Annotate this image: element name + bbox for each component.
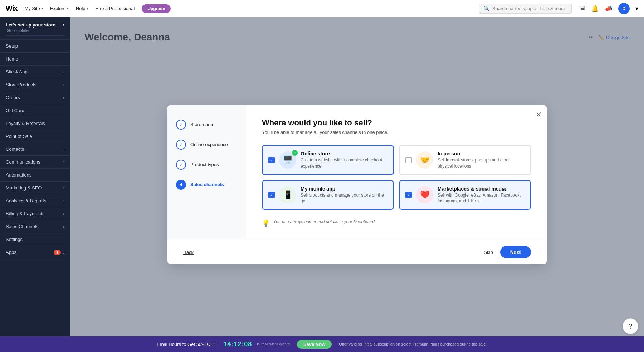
store-products-chevron-icon: › [63, 83, 64, 87]
step-3-icon: ✓ [176, 160, 186, 170]
step-1-label: Store name [190, 122, 214, 127]
sidebar-progress-label: 0/6 completed [6, 28, 64, 33]
in-person-checkbox[interactable]: ✓ [405, 157, 412, 163]
sidebar-item-settings[interactable]: Settings [0, 233, 70, 246]
sidebar-item-setup[interactable]: Setup [0, 40, 70, 53]
channel-card-in-person[interactable]: ✓ 🤝 In person Sell in retail stores, pop… [399, 145, 531, 175]
wizard-subtitle: You'll be able to manage all your sales … [262, 130, 531, 135]
wizard-sidebar: ✓ Store name ✓ Online experience ✓ Pr [167, 105, 246, 240]
setup-wizard-modal: ✕ ✓ Store name ✓ Online experience [167, 105, 547, 264]
wizard-title: Where would you like to sell? [262, 118, 531, 127]
marketplace-checkbox[interactable]: ✓ [405, 192, 412, 198]
sidebar-item-loyalty[interactable]: Loyalty & Referrals [0, 117, 70, 130]
step-1-icon: ✓ [176, 120, 186, 130]
online-store-title: Online store [301, 151, 387, 156]
banner-save-button[interactable]: Save Now [297, 340, 332, 349]
billing-chevron-icon: › [63, 212, 64, 216]
sidebar-item-communications[interactable]: Communications› [0, 156, 70, 169]
my-site-nav[interactable]: My Site ▾ [24, 6, 43, 11]
banner-text: Final Hours to Get 50% OFF [157, 342, 216, 347]
channel-card-mobile[interactable]: ✓ 📱 My mobile app Sell products and mana… [262, 180, 394, 210]
in-person-title: In person [438, 151, 525, 156]
sidebar-item-store-products[interactable]: Store Products› [0, 78, 70, 91]
avatar[interactable]: D [618, 3, 630, 14]
skip-button[interactable]: Skip [484, 250, 493, 255]
marketplace-info: Marketplaces & social media Sell with Go… [438, 186, 525, 204]
sidebar-header: Let's set up your store › 0/6 completed [0, 17, 70, 40]
lightbulb-icon: 💡 [262, 219, 270, 227]
sidebar-item-marketing[interactable]: Marketing & SEO› [0, 182, 70, 194]
search-bar: 🔍 [479, 4, 572, 14]
banner-timer: 14:12:08 [223, 341, 252, 348]
check-icon-3: ✓ [179, 162, 183, 167]
back-button[interactable]: Back [183, 250, 194, 255]
contacts-chevron-icon: › [63, 147, 64, 151]
channel-card-marketplace[interactable]: ✓ ❤️ Marketplaces & social media Sell wi… [399, 180, 531, 210]
hire-professional-nav[interactable]: Hire a Professional [96, 6, 135, 11]
upgrade-button[interactable]: Upgrade [142, 4, 171, 13]
sidebar-item-sales-channels[interactable]: Sales Channels› [0, 220, 70, 233]
sidebar-item-gift-card[interactable]: Gift Card [0, 104, 70, 117]
step-2-icon: ✓ [176, 140, 186, 150]
step-4-label: Sales channels [190, 182, 224, 187]
sidebar-item-site-app[interactable]: Site & App› [0, 66, 70, 78]
handshake-icon: 🤝 [420, 155, 430, 165]
question-mark-icon: ? [628, 322, 632, 331]
sidebar-item-billing[interactable]: Billing & Payments› [0, 207, 70, 220]
promo-banner: Final Hours to Get 50% OFF 14:12:08 Hour… [0, 336, 644, 352]
mobile-desc: Sell products and manage your store on t… [301, 192, 387, 204]
online-store-desc: Create a website with a complete checkou… [301, 157, 387, 169]
search-input[interactable] [492, 6, 567, 11]
explore-nav[interactable]: Explore ▾ [50, 6, 69, 11]
sidebar-item-apps[interactable]: Apps 1 › [0, 246, 70, 259]
banner-disclaimer: Offer valid for initial subscription on … [339, 342, 487, 346]
in-person-desc: Sell in retail stores, pop-ups and other… [438, 157, 525, 169]
next-button[interactable]: Next [500, 246, 531, 258]
bell-icon[interactable]: 🔔 [591, 5, 599, 13]
mobile-info: My mobile app Sell products and manage y… [301, 186, 387, 204]
modal-close-button[interactable]: ✕ [536, 110, 542, 119]
wizard-step-3: ✓ Product types [176, 160, 237, 170]
channel-card-online-store[interactable]: ✓ 🖥️ ✓ Online store Create a website wit… [262, 145, 394, 175]
in-person-info: In person Sell in retail stores, pop-ups… [438, 151, 525, 169]
wizard-step-2: ✓ Online experience [176, 140, 237, 150]
sales-channels-chevron-icon: › [63, 225, 64, 229]
help-chevron-icon: ▾ [87, 6, 88, 10]
desktop-icon[interactable]: 🖥 [579, 5, 585, 12]
sidebar-item-automations[interactable]: Automations [0, 169, 70, 182]
banner-timer-labels: Hours Minutes Seconds [255, 342, 290, 346]
help-button[interactable]: ? [623, 318, 638, 334]
sidebar-item-orders[interactable]: Orders› [0, 91, 70, 104]
sidebar: Let's set up your store › 0/6 completed … [0, 17, 70, 352]
orders-chevron-icon: › [63, 96, 64, 100]
sidebar-item-point-of-sale[interactable]: Point of Sale [0, 130, 70, 143]
mobile-title: My mobile app [301, 186, 387, 192]
modal-body: ✓ Store name ✓ Online experience ✓ Pr [167, 105, 547, 240]
marketplace-desc: Sell with Google, eBay, Amazon, Facebook… [438, 192, 525, 204]
help-nav[interactable]: Help ▾ [76, 6, 88, 11]
sidebar-item-contacts[interactable]: Contacts› [0, 143, 70, 156]
step-4-icon: 4 [176, 180, 186, 190]
sidebar-item-home[interactable]: Home [0, 53, 70, 66]
sidebar-progress-bar [6, 35, 64, 36]
online-store-checkbox[interactable]: ✓ [268, 157, 275, 163]
wizard-step-4: 4 Sales channels [176, 180, 237, 190]
online-store-info: Online store Create a website with a com… [301, 151, 387, 169]
mobile-checkbox[interactable]: ✓ [268, 192, 275, 198]
my-site-chevron-icon: ▾ [41, 6, 43, 10]
sidebar-chevron-icon: › [63, 23, 64, 28]
sidebar-item-analytics[interactable]: Analytics & Reports› [0, 194, 70, 207]
heart-icon: ❤️ [420, 190, 430, 199]
monitor-icon: 🖥️ [283, 155, 293, 165]
megaphone-icon[interactable]: 📣 [605, 5, 613, 13]
search-icon: 🔍 [483, 6, 489, 11]
wizard-step-1: ✓ Store name [176, 120, 237, 130]
avatar-chevron-icon: ▾ [635, 5, 638, 12]
apps-chevron-icon: › [63, 250, 64, 255]
footer-right: Skip Next [484, 246, 531, 258]
in-person-icon: 🤝 [416, 151, 433, 169]
tip-text: You can always edit or add details in yo… [273, 218, 376, 225]
wix-logo: Wix [6, 4, 17, 13]
tip-box: 💡 You can always edit or add details in … [262, 218, 531, 227]
check-icon: ✓ [179, 122, 183, 127]
